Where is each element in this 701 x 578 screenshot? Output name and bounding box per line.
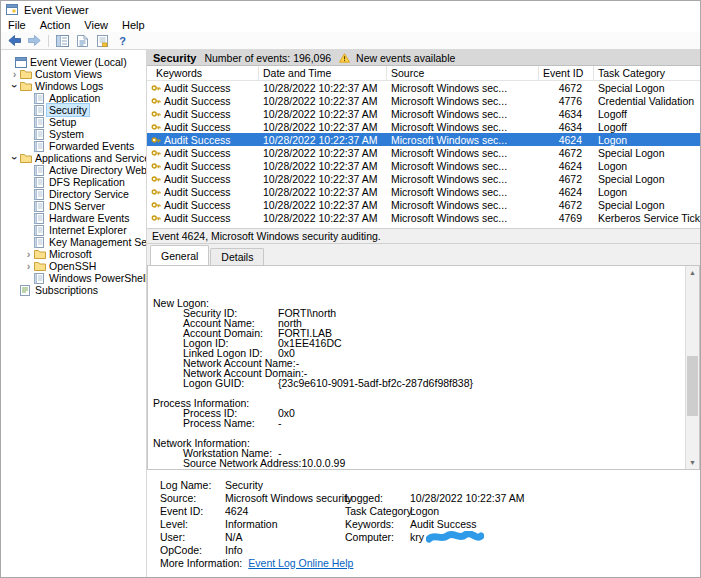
key-icon xyxy=(151,109,161,119)
column-header-event-id[interactable]: Event ID xyxy=(539,66,594,80)
sidebar-item-dfs-replication[interactable]: DFS Replication xyxy=(1,176,146,188)
table-row[interactable]: Audit Success 10/28/2022 10:22:37 AM Mic… xyxy=(147,211,700,224)
show-console-tree-icon[interactable] xyxy=(54,33,71,49)
forward-icon[interactable] xyxy=(26,33,43,49)
menu-help[interactable]: Help xyxy=(115,19,152,31)
cell-keywords: Audit Success xyxy=(147,185,259,198)
sidebar-item-internet-explorer[interactable]: Internet Explorer xyxy=(1,224,146,236)
general-tab-page: New Logon: Security ID:FORTI\north Accou… xyxy=(147,265,700,577)
keywords-text: Audit Success xyxy=(164,199,231,211)
back-icon[interactable] xyxy=(6,33,23,49)
sidebar-item-key-management-service[interactable]: Key Management Service xyxy=(1,236,146,248)
log-title: Security xyxy=(153,52,196,64)
menu-file[interactable]: File xyxy=(1,19,33,31)
cell-date-time: 10/28/2022 10:22:37 AM xyxy=(259,94,387,107)
table-row-selected[interactable]: Audit Success 10/28/2022 10:22:37 AM Mic… xyxy=(147,133,700,146)
tab-details[interactable]: Details xyxy=(210,248,264,265)
keywords-text: Audit Success xyxy=(164,186,231,198)
user-label: User: xyxy=(160,531,225,543)
tab-general[interactable]: General xyxy=(150,245,209,265)
keywords-text: Audit Success xyxy=(164,212,231,224)
sidebar-item-label: OpenSSH xyxy=(47,260,98,272)
chevron-right-icon[interactable] xyxy=(9,69,20,79)
table-row[interactable]: Audit Success 10/28/2022 10:22:37 AM Mic… xyxy=(147,146,700,159)
key-icon xyxy=(151,200,161,210)
sidebar-item-label: Setup xyxy=(47,116,78,128)
sidebar-item-subscriptions[interactable]: Subscriptions xyxy=(1,284,146,296)
sidebar-item-setup[interactable]: Setup xyxy=(1,116,146,128)
key-icon xyxy=(151,213,161,223)
chevron-right-icon[interactable] xyxy=(23,261,34,271)
cell-keywords: Audit Success xyxy=(147,94,259,107)
field-label: Logon GUID: xyxy=(183,378,278,388)
description-scrollbar[interactable]: ▲ ▼ xyxy=(685,266,699,469)
menu-view[interactable]: View xyxy=(77,19,115,31)
scroll-down-icon[interactable]: ▼ xyxy=(686,456,699,469)
cell-source: Microsoft Windows sec... xyxy=(387,185,539,198)
cell-date-time: 10/28/2022 10:22:37 AM xyxy=(259,159,387,172)
sidebar-item-system[interactable]: System xyxy=(1,128,146,140)
event-id-value: 4624 xyxy=(225,505,345,517)
chevron-down-icon[interactable] xyxy=(9,153,20,163)
sidebar-item-custom-views[interactable]: Custom Views xyxy=(1,68,146,80)
scroll-up-icon[interactable]: ▲ xyxy=(686,266,699,279)
field-value: - xyxy=(278,418,282,428)
sidebar-item-directory-service[interactable]: Directory Service xyxy=(1,188,146,200)
cell-event-id: 4776 xyxy=(539,94,594,107)
event-log-online-help-link[interactable]: Event Log Online Help xyxy=(248,557,353,569)
table-row[interactable]: Audit Success 10/28/2022 10:22:37 AM Mic… xyxy=(147,120,700,133)
column-header-source[interactable]: Source xyxy=(387,66,539,80)
chevron-right-icon[interactable] xyxy=(23,249,34,259)
column-header-task-category[interactable]: Task Category xyxy=(594,66,700,80)
menu-action[interactable]: Action xyxy=(33,19,78,31)
log-name-label: Log Name: xyxy=(160,479,225,491)
help-icon[interactable]: ? xyxy=(114,33,131,49)
cell-keywords: Audit Success xyxy=(147,172,259,185)
sidebar-item-forwarded-events[interactable]: Forwarded Events xyxy=(1,140,146,152)
key-icon xyxy=(151,96,161,106)
table-row[interactable]: Audit Success 10/28/2022 10:22:37 AM Mic… xyxy=(147,159,700,172)
keywords-value: Audit Success xyxy=(410,518,700,530)
event-description-box[interactable]: New Logon: Security ID:FORTI\north Accou… xyxy=(147,265,700,470)
sidebar-item-applications-and-services[interactable]: Applications and Services Lo xyxy=(1,152,146,164)
sidebar-item-hardware-events[interactable]: Hardware Events xyxy=(1,212,146,224)
sidebar-item-security[interactable]: Security xyxy=(1,104,146,116)
export-icon[interactable] xyxy=(74,33,91,49)
table-row[interactable]: Audit Success 10/28/2022 10:22:37 AM Mic… xyxy=(147,172,700,185)
sidebar-item-windows-logs[interactable]: Windows Logs xyxy=(1,80,146,92)
chevron-down-icon[interactable] xyxy=(9,81,20,91)
table-row[interactable]: Audit Success 10/28/2022 10:22:37 AM Mic… xyxy=(147,107,700,120)
column-header-date-time[interactable]: Date and Time xyxy=(259,66,387,80)
sidebar-item-microsoft[interactable]: Microsoft xyxy=(1,248,146,260)
cell-event-id: 4634 xyxy=(539,107,594,120)
sidebar-item-application[interactable]: Application xyxy=(1,92,146,104)
table-row[interactable]: Audit Success 10/28/2022 10:22:37 AM Mic… xyxy=(147,198,700,211)
sidebar-item-active-directory-web-services[interactable]: Active Directory Web Ser xyxy=(1,164,146,176)
folder-icon xyxy=(20,153,33,163)
sidebar-item-label: DNS Server xyxy=(47,200,107,212)
sidebar-item-openssh[interactable]: OpenSSH xyxy=(1,260,146,272)
column-header-keywords[interactable]: Keywords xyxy=(147,66,259,80)
sidebar-item-label: Subscriptions xyxy=(33,284,100,296)
sidebar-item-event-viewer-local[interactable]: Event Viewer (Local) xyxy=(1,56,146,68)
cell-source: Microsoft Windows sec... xyxy=(387,159,539,172)
sidebar-item-dns-server[interactable]: DNS Server xyxy=(1,200,146,212)
key-icon xyxy=(151,161,161,171)
log-icon xyxy=(34,225,47,236)
logged-label: Logged: xyxy=(345,492,410,504)
keywords-text: Audit Success xyxy=(164,160,231,172)
table-row[interactable]: Audit Success 10/28/2022 10:22:37 AM Mic… xyxy=(147,81,700,94)
event-section: Network Information: Workstation Name:- … xyxy=(153,438,683,469)
user-value: N/A xyxy=(225,531,345,543)
event-field: Source Port:56074 xyxy=(153,468,683,469)
cell-event-id: 4769 xyxy=(539,211,594,224)
log-icon xyxy=(34,201,47,212)
scrollbar-thumb[interactable] xyxy=(687,356,698,416)
table-row[interactable]: Audit Success 10/28/2022 10:22:37 AM Mic… xyxy=(147,94,700,107)
sidebar-item-windows-powershell[interactable]: Windows PowerShell xyxy=(1,272,146,284)
table-row[interactable]: Audit Success 10/28/2022 10:22:37 AM Mic… xyxy=(147,185,700,198)
key-icon xyxy=(151,174,161,184)
properties-icon[interactable] xyxy=(94,33,111,49)
logged-value: 10/28/2022 10:22:37 AM xyxy=(410,492,700,504)
event-field: Logon GUID:{23c9e610-9091-5adf-bf2c-287d… xyxy=(153,378,683,388)
